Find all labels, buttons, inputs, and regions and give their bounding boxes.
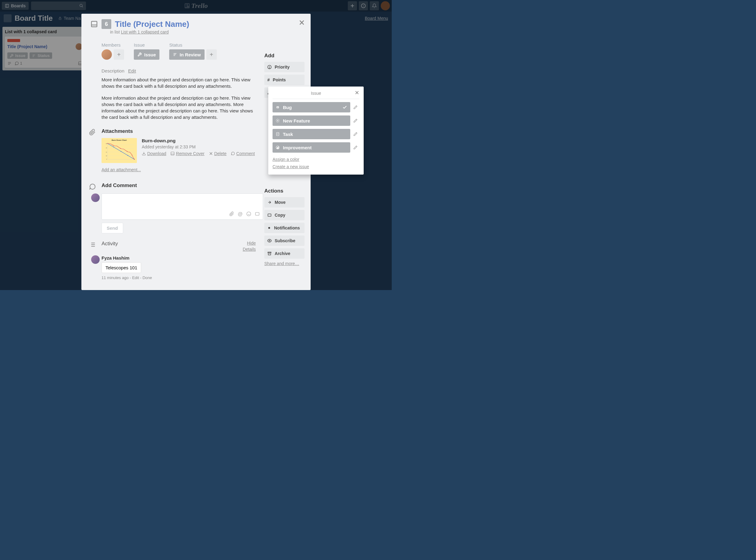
svg-rect-57 — [255, 212, 259, 215]
archive-button[interactable]: Archive — [264, 248, 305, 259]
issue-pill[interactable]: Issue — [134, 49, 159, 60]
attachment-name: Burn-down.png — [142, 138, 255, 143]
svg-rect-50 — [171, 152, 174, 155]
comment-input[interactable]: @ — [101, 194, 263, 220]
svg-point-34 — [113, 146, 114, 147]
notifications-button[interactable]: Notifications — [264, 223, 305, 233]
comment-icon — [88, 182, 97, 191]
issue-label: Issue — [134, 42, 159, 47]
activity-avatar — [91, 255, 100, 264]
remove-cover-link[interactable]: Remove Cover — [170, 151, 204, 156]
svg-text:30: 30 — [106, 143, 107, 144]
send-button[interactable]: Send — [101, 223, 123, 233]
svg-point-54 — [247, 212, 251, 216]
svg-point-42 — [132, 155, 132, 155]
issue-option-improvement[interactable]: Improvement — [273, 142, 350, 153]
attach-icon[interactable] — [229, 212, 234, 216]
popover-title: Issue — [311, 91, 321, 96]
add-points-button[interactable]: # Points — [264, 75, 305, 85]
svg-rect-71 — [268, 252, 271, 253]
members-label: Members — [101, 42, 124, 47]
svg-point-82 — [277, 120, 278, 121]
add-member-button[interactable]: + — [114, 49, 124, 60]
create-new-issue-link[interactable]: Create a new issue — [273, 164, 360, 169]
issue-option-bug[interactable]: Bug — [273, 102, 350, 113]
actions-section-label: Actions — [264, 188, 305, 194]
attachment-thumbnail: Burn Down Chart 302015100 — [101, 138, 137, 163]
edit-improvement-button[interactable] — [353, 145, 360, 149]
svg-point-39 — [113, 145, 113, 146]
check-icon — [342, 105, 347, 110]
attachments-icon — [88, 128, 97, 163]
add-comment-label: Add Comment — [101, 182, 137, 191]
add-status-button[interactable]: + — [206, 49, 217, 60]
description-label: Description — [101, 68, 124, 74]
issue-option-new-feature[interactable]: New Feature — [273, 116, 350, 126]
svg-point-75 — [277, 107, 278, 108]
comment-link[interactable]: Comment — [231, 151, 255, 156]
svg-rect-68 — [268, 214, 271, 216]
add-priority-button[interactable]: Priority — [264, 62, 305, 72]
svg-point-70 — [269, 240, 270, 241]
member-avatar[interactable] — [101, 49, 112, 60]
svg-point-38 — [107, 143, 108, 144]
delete-link[interactable]: Delete — [209, 151, 227, 156]
hide-link[interactable]: Hide — [243, 241, 256, 245]
edit-description-link[interactable]: Edit — [128, 68, 136, 74]
issue-option-task[interactable]: Task — [273, 129, 350, 139]
current-user-avatar — [91, 194, 100, 202]
emoji-icon[interactable] — [246, 212, 251, 216]
activity-icon — [88, 241, 97, 248]
card-title[interactable]: Title (Project Name) — [115, 20, 189, 28]
download-link[interactable]: Download — [142, 151, 166, 156]
svg-text:15: 15 — [106, 152, 107, 153]
description-body[interactable]: More information about the project and d… — [101, 77, 260, 120]
svg-rect-87 — [278, 147, 278, 149]
activity-time: 11 minutes ago - Edit - Done — [101, 276, 305, 280]
issue-popover: Issue Bug New Feature Task Improvement — [268, 86, 364, 175]
activity-label: Activity — [101, 241, 118, 248]
copy-button[interactable]: Copy — [264, 210, 305, 220]
svg-rect-85 — [277, 148, 277, 148]
svg-rect-86 — [277, 147, 278, 148]
svg-text:20: 20 — [106, 147, 107, 149]
svg-line-78 — [277, 106, 277, 107]
card-icon — [91, 20, 98, 28]
svg-point-69 — [268, 227, 270, 229]
svg-text:0: 0 — [106, 159, 107, 160]
subscribe-button[interactable]: Subscribe — [264, 236, 305, 246]
card-number: 6 — [101, 19, 111, 29]
mention-icon[interactable]: @ — [238, 212, 243, 217]
popover-close-button[interactable] — [354, 90, 360, 95]
svg-text:10: 10 — [106, 155, 107, 157]
status-label: Status — [169, 42, 216, 47]
card-list-location: in list List with 1 collapsed card — [110, 29, 305, 35]
assign-color-link[interactable]: Assign a color — [273, 157, 360, 162]
edit-task-button[interactable] — [353, 132, 360, 136]
svg-rect-22 — [92, 21, 97, 27]
status-pill[interactable]: In Review — [169, 49, 204, 60]
activity-comment-chip: Telescopes 101 — [101, 262, 141, 273]
close-button[interactable] — [298, 19, 305, 26]
svg-line-80 — [277, 108, 277, 108]
attachment-meta: Added yesterday at 2:33 PM — [142, 144, 255, 149]
share-more-link[interactable]: Share and more… — [264, 261, 305, 266]
details-link[interactable]: Details — [243, 247, 256, 252]
add-section-label: Add — [264, 53, 305, 59]
edit-new-feature-button[interactable] — [353, 119, 360, 123]
svg-point-36 — [128, 155, 128, 156]
move-button[interactable]: Move — [264, 197, 305, 207]
card-icon[interactable] — [255, 212, 260, 216]
edit-bug-button[interactable] — [353, 105, 360, 109]
svg-point-40 — [120, 148, 121, 149]
svg-point-43 — [134, 159, 135, 160]
svg-point-35 — [121, 151, 121, 152]
svg-point-41 — [127, 151, 128, 152]
